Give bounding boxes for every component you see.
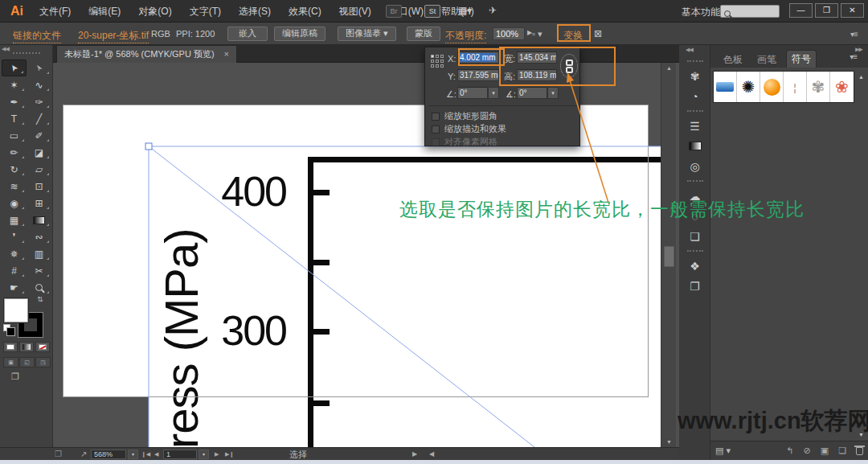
- appearance-panel-icon[interactable]: ◌: [679, 206, 710, 226]
- scroll-down-icon[interactable]: ▼: [661, 439, 677, 445]
- screen-mode-button[interactable]: ❐: [11, 372, 19, 382]
- orange-orb-symbol[interactable]: [760, 72, 784, 102]
- menu-item[interactable]: 对象(O): [129, 0, 180, 23]
- free-distort-icon[interactable]: ⊠: [594, 28, 602, 39]
- tools-drag-handle[interactable]: [13, 52, 40, 54]
- share-icon[interactable]: ✈: [489, 5, 497, 16]
- first-artboard-icon[interactable]: ❙◀: [141, 450, 150, 459]
- menu-item[interactable]: 视图(V): [330, 0, 380, 23]
- menu-item[interactable]: 文字(T): [181, 0, 230, 23]
- height-input[interactable]: 108.119 mm: [517, 69, 557, 81]
- gradient-panel-icon[interactable]: [679, 136, 710, 156]
- expand-dock-icon[interactable]: ◀◀: [856, 47, 863, 53]
- scale-tool[interactable]: ▱: [27, 161, 51, 178]
- last-artboard-icon[interactable]: ▶❙: [225, 450, 234, 459]
- dock-separator[interactable]: ·: [679, 106, 710, 116]
- opacity-input[interactable]: 100%: [493, 27, 525, 40]
- style-dropdown-icon[interactable]: ▫ ▾: [532, 29, 542, 39]
- direct-selection-tool[interactable]: ➢: [27, 60, 51, 76]
- scrollbar-thumb[interactable]: [664, 246, 674, 267]
- hscroll-right-icon[interactable]: ▶: [412, 450, 417, 459]
- line-segment-tool[interactable]: ╱: [27, 110, 51, 127]
- free-transform-tool[interactable]: ⊡: [27, 178, 51, 195]
- pen-tool[interactable]: ✒: [2, 93, 27, 110]
- export-icon[interactable]: ↗: [80, 450, 87, 459]
- symbol-libraries-icon[interactable]: ▤ ▾: [715, 446, 731, 456]
- type-tool[interactable]: T: [2, 110, 27, 127]
- document-tab[interactable]: 未标题-1* @ 568% (CMYK/GPU 预览)×: [56, 45, 237, 63]
- dock-separator[interactable]: ·: [679, 176, 710, 186]
- blue-banner-symbol[interactable]: [714, 72, 737, 102]
- artboards-panel-icon[interactable]: ❐: [679, 276, 710, 296]
- color-panel-icon[interactable]: ✾: [679, 66, 710, 86]
- selection-tool[interactable]: ➤: [2, 60, 27, 76]
- y-input[interactable]: 317.595 mm: [457, 69, 499, 81]
- checkbox[interactable]: [432, 113, 440, 121]
- rectangle-tool[interactable]: ▭: [2, 127, 27, 144]
- vertical-scrollbar[interactable]: ▲ ▼: [661, 63, 676, 447]
- zoom-level-field[interactable]: 568%: [91, 450, 126, 459]
- paintbrush-tool[interactable]: ✐: [27, 127, 51, 144]
- width-tool[interactable]: ≋: [2, 178, 27, 195]
- edit-original-button[interactable]: 编辑原稿: [274, 27, 326, 41]
- gradient-tool[interactable]: [27, 211, 51, 228]
- transform-option[interactable]: 缩放描边和效果: [432, 123, 506, 135]
- pencil-tool[interactable]: ✏: [2, 144, 27, 161]
- checkbox[interactable]: [432, 125, 440, 133]
- color-mode-button[interactable]: [3, 342, 18, 352]
- restore-button[interactable]: ❐: [815, 3, 838, 18]
- arrange-documents-icon[interactable]: ▦▾: [458, 5, 472, 16]
- eyedropper-tool[interactable]: ❜: [2, 228, 27, 245]
- scroll-up-icon[interactable]: ▲: [661, 65, 677, 71]
- tab-close-icon[interactable]: ×: [224, 49, 229, 59]
- menu-item[interactable]: 效果(C): [280, 0, 330, 23]
- swap-fill-stroke-icon[interactable]: ⇄: [36, 296, 44, 302]
- stock-button[interactable]: St: [424, 5, 440, 18]
- symbol-sprayer-tool[interactable]: ✵: [2, 245, 27, 262]
- magic-wand-tool[interactable]: ✶: [2, 76, 27, 93]
- reference-point-locator[interactable]: [431, 55, 447, 71]
- layers-panel-icon[interactable]: ❖: [679, 256, 710, 276]
- menu-item[interactable]: 选择(S): [230, 0, 280, 23]
- shape-builder-tool[interactable]: ◉: [2, 195, 27, 211]
- perspective-grid-tool[interactable]: ⊞: [27, 195, 51, 211]
- shear-dropdown-icon[interactable]: ▾: [547, 87, 559, 99]
- none-mode-button[interactable]: [35, 342, 50, 352]
- tab-symbols[interactable]: 符号: [786, 50, 817, 68]
- fill-swatch[interactable]: [4, 298, 28, 322]
- curvature-tool[interactable]: ✑: [27, 93, 51, 110]
- checkbox[interactable]: [432, 138, 440, 146]
- symbols-scroll-up-icon[interactable]: ▲: [858, 74, 864, 80]
- transform-option[interactable]: 对齐像素网格: [432, 136, 497, 148]
- opacity-label[interactable]: 不透明度:: [445, 29, 486, 43]
- eraser-tool[interactable]: ◪: [27, 144, 51, 161]
- search-input[interactable]: [720, 5, 780, 18]
- draw-inside-button[interactable]: ◳: [35, 357, 51, 368]
- image-trace-button[interactable]: 图像描摹 ▾: [338, 27, 396, 41]
- tab-swatches[interactable]: 色板: [719, 51, 747, 68]
- symbol-options-icon[interactable]: ▣: [821, 446, 829, 456]
- lasso-tool[interactable]: ∿: [27, 76, 51, 93]
- collapse-tools-icon[interactable]: ◀◀: [2, 46, 9, 52]
- dock-separator[interactable]: ·: [679, 56, 710, 66]
- column-graph-tool[interactable]: ▥: [27, 245, 51, 262]
- slice-tool[interactable]: ✂: [27, 262, 51, 279]
- rotate-input[interactable]: 0°: [457, 87, 488, 99]
- transform-option[interactable]: 缩放矩形圆角: [432, 110, 497, 122]
- document-info-icon[interactable]: ❐: [55, 450, 62, 459]
- close-button[interactable]: ✕: [841, 3, 864, 18]
- artboard-tool[interactable]: #: [2, 262, 27, 279]
- hand-tool[interactable]: ☛: [2, 279, 27, 296]
- zoom-dropdown-icon[interactable]: ▾: [128, 450, 138, 459]
- tab-brushes[interactable]: 画笔: [752, 51, 781, 68]
- control-panel-menu-icon[interactable]: ▾≡: [850, 30, 858, 39]
- wreath-symbol[interactable]: ✾: [807, 72, 830, 102]
- width-input[interactable]: 145.034 mm: [517, 51, 557, 64]
- draw-behind-button[interactable]: ◱: [19, 357, 35, 368]
- stroke-panel-icon[interactable]: ☰: [679, 116, 710, 136]
- mesh-tool[interactable]: ▦: [2, 211, 27, 228]
- menu-item[interactable]: 编辑(E): [80, 0, 129, 23]
- menu-item[interactable]: 文件(F): [31, 0, 80, 23]
- color-guide-panel-icon[interactable]: ◔: [679, 86, 710, 106]
- artboard-dropdown-icon[interactable]: ▾: [199, 450, 209, 459]
